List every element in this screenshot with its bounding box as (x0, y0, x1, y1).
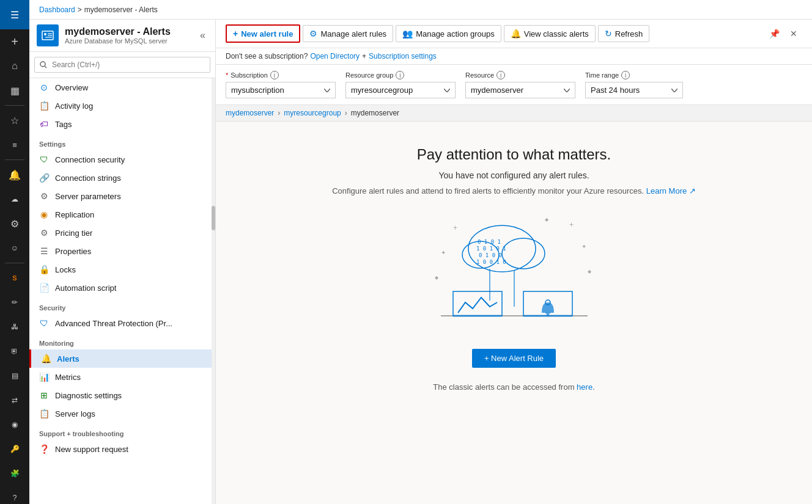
sidebar-item-alerts[interactable]: 🔔 Alerts (29, 349, 212, 368)
pencil-icon[interactable]: ✏ (0, 290, 29, 315)
resource-select[interactable]: mydemoserver (465, 82, 575, 98)
refresh-label: Refresh (615, 29, 643, 38)
illustration: + + ✦ ✦ ◆ ◆ ◆ 0 1 0 1 (423, 212, 606, 334)
sidebar-search-input[interactable] (34, 57, 210, 73)
hamburger-menu[interactable]: ☰ (0, 0, 29, 29)
svg-text:1 0 0 1 0: 1 0 0 1 0 (476, 259, 506, 265)
server-parameters-icon: ⚙ (39, 191, 49, 201)
manage-action-groups-button[interactable]: 👥 Manage action groups (396, 25, 501, 42)
resource-path-server-link[interactable]: mydemoserver (226, 109, 274, 117)
resource-group-select[interactable]: myresourcegroup (345, 82, 456, 98)
sidebar-item-server-parameters[interactable]: ⚙ Server parameters (29, 187, 212, 205)
resource-group-info-icon[interactable]: i (396, 71, 404, 79)
sidebar-item-automation-script[interactable]: 📄 Automation script (29, 279, 212, 297)
create-resource-icon[interactable]: + (0, 29, 29, 54)
svg-text:✦: ✦ (441, 249, 446, 256)
sidebar: mydemoserver - Alerts Azure Database for… (29, 20, 216, 504)
sidebar-item-label-server-logs: Server logs (55, 409, 95, 418)
new-alert-rule-button[interactable]: + New alert rule (226, 24, 300, 43)
notifications-icon[interactable]: 🔔 (0, 163, 29, 187)
all-services-icon[interactable]: ≡ (0, 133, 29, 157)
sidebar-item-support-request[interactable]: ❓ New support request (29, 440, 212, 458)
subscription-settings-link[interactable]: Subscription settings (369, 52, 437, 60)
classic-alerts-period: . (592, 382, 595, 392)
sidebar-item-metrics[interactable]: 📊 Metrics (29, 368, 212, 386)
shield2-icon[interactable]: ⛨ (0, 339, 29, 363)
subscription-select[interactable]: mysubscription (226, 82, 336, 98)
sidebar-item-pricing-tier[interactable]: ⚙ Pricing tier (29, 224, 212, 242)
sidebar-item-connection-strings[interactable]: 🔗 Connection strings (29, 169, 212, 187)
sql-icon[interactable]: S (0, 266, 29, 290)
favorites-icon[interactable]: ☆ (0, 108, 29, 133)
time-range-info-icon[interactable]: i (621, 71, 630, 79)
resource-path-group-link[interactable]: myresourcegroup (284, 109, 341, 117)
properties-icon: ☰ (39, 246, 49, 256)
manage-alert-rules-button[interactable]: ⚙ Manage alert rules (303, 25, 393, 42)
cloud-shell-icon[interactable]: ☁ (0, 187, 29, 211)
server-icon[interactable]: 🖧 (0, 315, 29, 339)
puzzle-icon[interactable]: 🧩 (0, 461, 29, 486)
empty-state-subtitle: You have not configured any alert rules. (438, 170, 589, 180)
sidebar-item-properties[interactable]: ☰ Properties (29, 242, 212, 260)
settings-icon[interactable]: ⚙ (0, 211, 29, 236)
security-section-label: Security (29, 297, 212, 314)
required-indicator: * (226, 71, 228, 79)
resource-filter: Resource i mydemoserver (465, 71, 575, 98)
diagnostic-settings-icon: ⊞ (39, 390, 49, 400)
subscription-info-icon[interactable]: i (270, 71, 279, 79)
sidebar-item-server-logs[interactable]: 📋 Server logs (29, 404, 212, 423)
svg-point-14 (502, 238, 545, 269)
sidebar-collapse-button[interactable]: « (197, 27, 208, 43)
automation-script-icon: 📄 (39, 283, 49, 293)
svg-text:1 0 1 0 1: 1 0 1 0 1 (476, 246, 506, 252)
resource-info-icon[interactable]: i (496, 71, 505, 79)
sidebar-scrollbar[interactable] (212, 78, 215, 504)
svg-point-28 (547, 313, 549, 316)
sidebar-item-label-tags: Tags (55, 120, 72, 129)
resource-path-resource: mydemoserver (351, 109, 399, 117)
breadcrumb-dashboard[interactable]: Dashboard (39, 5, 75, 14)
key-icon[interactable]: 🔑 (0, 437, 29, 461)
connection-security-icon: 🛡 (39, 155, 49, 164)
sidebar-item-diagnostic-settings[interactable]: ⊞ Diagnostic settings (29, 386, 212, 404)
sidebar-item-label-overview: Overview (55, 83, 88, 92)
sync-icon[interactable]: ⇄ (0, 388, 29, 412)
learn-more-link[interactable]: Learn More ↗ (646, 186, 696, 195)
sidebar-item-overview[interactable]: ⊙ Overview (29, 78, 212, 97)
list-icon[interactable]: ▤ (0, 363, 29, 388)
sidebar-item-locks[interactable]: 🔒 Locks (29, 260, 212, 279)
view-classic-alerts-button[interactable]: 🔔 View classic alerts (504, 25, 596, 42)
pin-button[interactable]: 📌 (766, 25, 783, 42)
sidebar-header: mydemoserver - Alerts Azure Database for… (29, 20, 215, 52)
main-content-area: Pay attention to what matters. You have … (216, 122, 812, 504)
alerts-icon: 🔔 (41, 354, 51, 363)
home-icon[interactable]: ⌂ (0, 54, 29, 78)
classic-alerts-here-link[interactable]: here (577, 382, 592, 392)
filter-bar: * Subscription i mysubscription Resource… (216, 65, 812, 105)
feedback-icon[interactable]: ☺ (0, 236, 29, 260)
help-icon[interactable]: ? (0, 486, 29, 504)
circle-icon[interactable]: ◉ (0, 412, 29, 437)
sidebar-item-activity-log[interactable]: 📋 Activity log (29, 97, 212, 115)
sidebar-item-replication[interactable]: ◉ Replication (29, 205, 212, 224)
svg-text:+: + (569, 221, 574, 229)
sidebar-item-threat-protection[interactable]: 🛡 Advanced Threat Protection (Pr... (29, 314, 212, 332)
close-button[interactable]: ✕ (785, 25, 802, 42)
dashboard-icon[interactable]: ▦ (0, 78, 29, 103)
sidebar-search-container (29, 52, 215, 78)
empty-state-desc-text: Configure alert rules and attend to fire… (332, 186, 644, 195)
svg-text:✦: ✦ (581, 243, 586, 250)
sidebar-item-connection-security[interactable]: 🛡 Connection security (29, 150, 212, 169)
connection-strings-icon: 🔗 (39, 173, 49, 183)
svg-text:◆: ◆ (545, 217, 549, 222)
resource-sep2: › (345, 109, 347, 117)
refresh-button[interactable]: ↻ Refresh (598, 25, 650, 42)
replication-icon: ◉ (39, 210, 49, 219)
monitoring-section-label: Monitoring (29, 332, 212, 349)
alert-info-bar: Don't see a subscription? Open Directory… (216, 48, 812, 65)
sidebar-item-tags[interactable]: 🏷 Tags (29, 115, 212, 133)
time-range-select[interactable]: Past 24 hours (585, 82, 683, 98)
cta-new-alert-rule-button[interactable]: + New Alert Rule (472, 349, 556, 368)
sidebar-item-label-diagnostic-settings: Diagnostic settings (55, 391, 122, 400)
open-directory-link[interactable]: Open Directory (310, 52, 360, 60)
